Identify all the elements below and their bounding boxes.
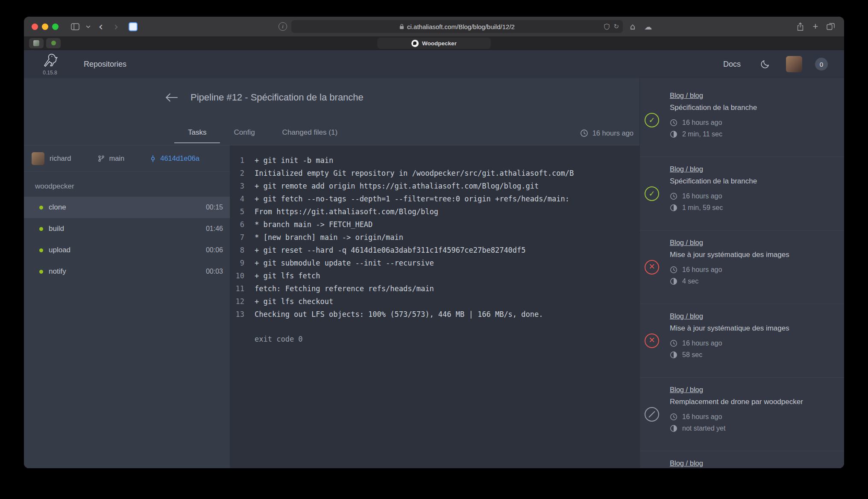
build-status-icon <box>645 407 659 422</box>
log-line-text: Initialized empty Git repository in /woo… <box>244 167 574 180</box>
step-status-dot <box>39 206 43 210</box>
log-line: 1 + git init -b main <box>230 154 639 167</box>
minimize-window-button[interactable] <box>42 24 48 30</box>
back-arrow-icon[interactable] <box>165 93 178 102</box>
reading-list-app-icon[interactable] <box>129 22 138 31</box>
build-duration: 58 sec <box>670 351 789 359</box>
steps-panel: richard main 4614d1e06a woodpecker <box>24 145 230 468</box>
user-avatar[interactable] <box>786 56 802 72</box>
log-line: 13 Checking out LFS objects: 100% (573/5… <box>230 308 639 321</box>
repo-link[interactable]: Blog / blog <box>670 165 703 173</box>
new-tab-button[interactable]: + <box>810 20 821 33</box>
log-line: 4 + git fetch --no-tags --depth=1 --filt… <box>230 192 639 205</box>
clock-icon <box>670 119 677 127</box>
build-message: Spécification de la branche <box>670 103 757 112</box>
log-line: 7 * [new branch] main -> origin/main <box>230 231 639 244</box>
build-entry[interactable]: Blog / blog Spécification de la branche … <box>640 83 844 157</box>
build-duration: 2 min, 11 sec <box>670 130 757 138</box>
build-duration: 4 sec <box>670 278 789 285</box>
pipeline-step[interactable]: notify 00:03 <box>24 261 230 282</box>
log-line-number: 13 <box>230 308 244 321</box>
icloud-tabs-icon[interactable]: ☁ <box>642 20 654 33</box>
forward-button[interactable]: › <box>111 20 122 33</box>
woodpecker-logo[interactable]: 0.15.8 <box>41 53 59 76</box>
workflow-name: woodpecker <box>24 172 230 197</box>
repo-link[interactable]: Blog / blog <box>670 459 703 467</box>
commit-link[interactable]: 4614d1e06a <box>149 154 199 162</box>
reload-icon[interactable]: ↻ <box>613 23 619 30</box>
build-status-icon <box>645 186 659 201</box>
build-status-icon <box>645 334 659 348</box>
build-entry[interactable]: Blog / blog Mise à jour systématique des… <box>640 304 844 378</box>
pinned-tab-1[interactable] <box>29 38 44 48</box>
commit-sha: 4614d1e06a <box>160 154 199 162</box>
pipeline-tab[interactable]: Config <box>220 123 268 143</box>
step-name: build <box>49 224 64 233</box>
log-line-text: + git submodule update --init --recursiv… <box>244 257 434 269</box>
log-line-number: 5 <box>230 205 244 218</box>
clock-icon <box>580 129 588 137</box>
pipeline-header: Pipeline #12 - Spécification de la branc… <box>24 78 639 145</box>
woodpecker-favicon <box>411 40 419 47</box>
browser-toolbar: ‹ › i ci.athaliasoft.com/Blog/blog/build… <box>24 17 844 36</box>
repo-link[interactable]: Blog / blog <box>670 239 703 247</box>
privacy-shield-icon[interactable] <box>604 24 610 30</box>
tab-strip: Woodpecker <box>24 36 844 50</box>
repo-link[interactable]: Blog / blog <box>670 312 703 320</box>
recent-builds-sidebar: Blog / blog Spécification de la branche … <box>639 78 844 468</box>
duration-icon <box>670 351 677 359</box>
sidebar-toggle-icon[interactable] <box>70 20 81 33</box>
build-entry[interactable]: Blog / blog <box>640 451 844 468</box>
pipeline-tab[interactable]: Tasks <box>174 123 220 143</box>
duration-icon <box>670 204 677 212</box>
address-bar[interactable]: ci.athaliasoft.com/Blog/blog/build/12/2 … <box>291 20 623 33</box>
pipeline-step[interactable]: build 01:46 <box>24 218 230 239</box>
close-window-button[interactable] <box>32 24 38 30</box>
log-line-text: Checking out LFS objects: 100% (573/573)… <box>244 308 543 321</box>
repo-link[interactable]: Blog / blog <box>670 92 703 100</box>
nav-repositories[interactable]: Repositories <box>84 60 126 69</box>
build-entry[interactable]: Blog / blog Spécification de la branche … <box>640 157 844 230</box>
tab-overview-icon[interactable] <box>825 20 836 33</box>
step-duration: 01:46 <box>206 225 223 233</box>
active-tab[interactable]: Woodpecker <box>377 38 491 49</box>
pipeline-tabs: Tasks Config Changed files (1) <box>174 123 633 143</box>
pinned-tab-2-favicon <box>51 41 56 45</box>
log-line: 5 From https://git.athaliasoft.com/Blog/… <box>230 205 639 218</box>
home-icon[interactable]: ⌂ <box>627 20 638 33</box>
step-status-dot <box>39 248 43 252</box>
log-line-text: + git reset --hard -q 4614d1e06a3dabf311… <box>244 244 526 257</box>
build-time: 16 hours ago <box>670 340 789 347</box>
log-output[interactable]: 1 + git init -b main 2 Initialized empty… <box>230 145 639 468</box>
browser-window: ‹ › i ci.athaliasoft.com/Blog/blog/build… <box>24 17 844 468</box>
repo-link[interactable]: Blog / blog <box>670 386 703 394</box>
build-time: 16 hours ago <box>670 266 789 274</box>
page-info-icon[interactable]: i <box>279 22 287 31</box>
duration-icon <box>670 278 677 285</box>
nav-docs[interactable]: Docs <box>723 60 741 69</box>
queue-count-badge[interactable]: 0 <box>815 58 828 71</box>
back-button[interactable]: ‹ <box>95 20 106 33</box>
pipeline-step[interactable]: upload 00:06 <box>24 239 230 261</box>
theme-toggle-moon-icon[interactable] <box>760 59 770 69</box>
zoom-window-button[interactable] <box>52 24 59 30</box>
share-icon[interactable] <box>795 20 806 33</box>
pipeline-step[interactable]: clone 00:15 <box>24 197 230 218</box>
log-line-number: 10 <box>230 269 244 282</box>
pipeline-tab[interactable]: Changed files (1) <box>269 123 351 143</box>
build-entry[interactable]: Blog / blog Remplacement de drone par wo… <box>640 378 844 451</box>
pipeline-meta-row: richard main 4614d1e06a <box>24 145 230 172</box>
commit-icon <box>149 155 157 162</box>
log-line-text: fetch: Fetching reference refs/heads/mai… <box>244 282 434 295</box>
log-line-text: + git remote add origin https://git.atha… <box>244 180 539 192</box>
build-entry[interactable]: Blog / blog Mise à jour systématique des… <box>640 230 844 304</box>
step-duration: 00:03 <box>206 268 223 275</box>
sidebar-chevron-icon[interactable] <box>85 20 91 33</box>
step-list: clone 00:15 build 01:46 <box>24 197 230 282</box>
log-lines: 1 + git init -b main 2 Initialized empty… <box>230 154 639 321</box>
pinned-tab-2[interactable] <box>46 38 61 48</box>
log-line-number: 8 <box>230 244 244 257</box>
log-line-text: From https://git.athaliasoft.com/Blog/bl… <box>244 205 438 218</box>
pipeline-main: Pipeline #12 - Spécification de la branc… <box>24 78 639 468</box>
log-line: 8 + git reset --hard -q 4614d1e06a3dabf3… <box>230 244 639 257</box>
